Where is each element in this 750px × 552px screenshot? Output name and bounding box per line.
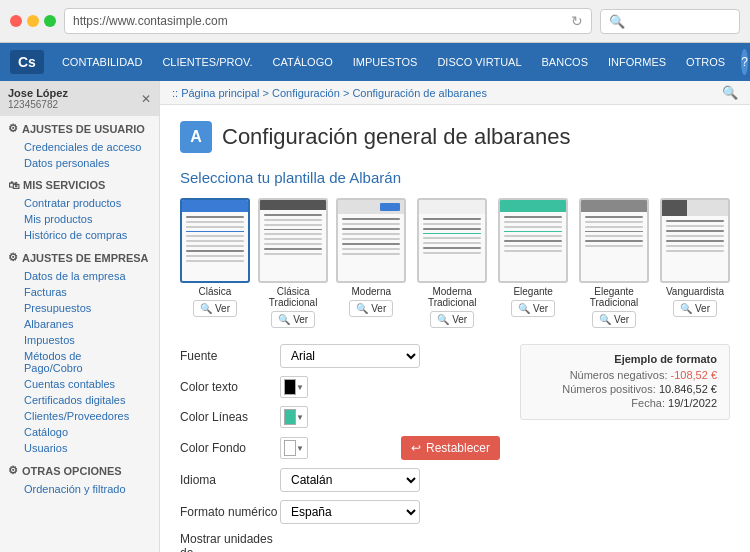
form-area: Fuente Arial Color texto ▼ xyxy=(180,344,730,552)
breadcrumb: :: Página principal > Configuración > Co… xyxy=(172,87,487,99)
navbar-logo[interactable]: Cs xyxy=(10,50,44,74)
sidebar-link-facturas[interactable]: Facturas xyxy=(8,284,151,300)
more-units-label: Mostrar unidades de xyxy=(180,532,280,552)
search-bar[interactable]: 🔍 xyxy=(600,9,740,34)
language-select[interactable]: Catalán xyxy=(280,468,420,492)
template-view-btn-vanguardista[interactable]: 🔍 Ver xyxy=(673,300,717,317)
gear-icon-empresa: ⚙ xyxy=(8,251,18,264)
date-value: 19/1/2022 xyxy=(668,397,717,409)
template-card-elegante-trad[interactable]: Elegante Tradicional 🔍 Ver xyxy=(576,198,652,328)
form-row-lines-color: Color Líneas ▼ xyxy=(180,406,500,428)
font-label: Fuente xyxy=(180,349,280,363)
nav-clientes[interactable]: CLIENTES/PROV. xyxy=(154,52,260,72)
bg-color-arrow: ▼ xyxy=(296,444,304,453)
template-card-moderna-trad[interactable]: Moderna Tradicional 🔍 Ver xyxy=(414,198,490,328)
template-section-title: Selecciona tu plantilla de Albarán xyxy=(180,169,730,186)
sidebar-link-albaranes[interactable]: Albaranes xyxy=(8,316,151,332)
template-card-vanguardista[interactable]: Vanguardista 🔍 Ver xyxy=(660,198,730,328)
bag-icon: 🛍 xyxy=(8,179,19,191)
number-format-select[interactable]: España xyxy=(280,500,420,524)
template-card-elegante[interactable]: Elegante 🔍 Ver xyxy=(498,198,568,328)
format-row-positive: Números positivos: 10.846,52 € xyxy=(533,383,717,395)
sidebar-link-ordenacion[interactable]: Ordenación y filtrado xyxy=(8,481,151,497)
lines-color-arrow: ▼ xyxy=(296,413,304,422)
form-row-number-format: Formato numérico España xyxy=(180,500,500,524)
template-name-vanguardista: Vanguardista xyxy=(666,286,724,297)
eye-icon-moderna: 🔍 xyxy=(356,303,368,314)
lines-color-label: Color Líneas xyxy=(180,410,280,424)
restore-button[interactable]: ↩ Restablecer xyxy=(401,436,500,460)
sidebar-link-historico[interactable]: Histórico de compras xyxy=(8,227,151,243)
dot-yellow[interactable] xyxy=(27,15,39,27)
sidebar-link-cuentas[interactable]: Cuentas contables xyxy=(8,376,151,392)
template-name-elegante: Elegante xyxy=(513,286,552,297)
bg-color-picker[interactable]: ▼ xyxy=(280,437,308,459)
nav-informes[interactable]: INFORMES xyxy=(600,52,674,72)
page-content: A Configuración general de albaranes Sel… xyxy=(160,105,750,552)
sidebar-userid: 123456782 xyxy=(8,99,68,110)
text-color-control: ▼ xyxy=(280,376,500,398)
text-color-picker[interactable]: ▼ xyxy=(280,376,308,398)
negative-label: Números negativos: xyxy=(570,369,668,381)
sidebar-close-icon[interactable]: ✕ xyxy=(141,92,151,106)
template-thumb-elegante xyxy=(498,198,568,283)
nav-impuestos[interactable]: IMPUESTOS xyxy=(345,52,426,72)
font-select[interactable]: Arial xyxy=(280,344,420,368)
help-button[interactable]: ? xyxy=(741,49,748,75)
template-card-clasica-trad[interactable]: Clásica Tradicional 🔍 Ver xyxy=(258,198,328,328)
number-format-label: Formato numérico xyxy=(180,505,280,519)
nav-catalogo[interactable]: CATÁLOGO xyxy=(264,52,340,72)
refresh-icon[interactable]: ↻ xyxy=(571,13,583,29)
sidebar-link-usuarios[interactable]: Usuarios xyxy=(8,440,151,456)
language-label: Idioma xyxy=(180,473,280,487)
text-color-swatch xyxy=(284,379,296,395)
sidebar-section-title-empresa: ⚙ AJUSTES DE EMPRESA xyxy=(8,251,151,264)
sidebar-link-presupuestos[interactable]: Presupuestos xyxy=(8,300,151,316)
dot-red[interactable] xyxy=(10,15,22,27)
lines-color-control: ▼ xyxy=(280,406,500,428)
sidebar-link-metodos-pago[interactable]: Métodos de Pago/Cobro xyxy=(8,348,151,376)
negative-value: -108,52 € xyxy=(671,369,717,381)
positive-value: 10.846,52 € xyxy=(659,383,717,395)
sidebar-link-mis-productos[interactable]: Mis productos xyxy=(8,211,151,227)
bg-color-control: ▼ xyxy=(280,437,381,459)
template-name-elegante-trad: Elegante Tradicional xyxy=(576,286,652,308)
sidebar-link-certificados[interactable]: Certificados digitales xyxy=(8,392,151,408)
form-row-more-units: Mostrar unidades de xyxy=(180,532,500,552)
template-view-btn-elegante[interactable]: 🔍 Ver xyxy=(511,300,555,317)
template-view-btn-elegante-trad[interactable]: 🔍 Ver xyxy=(592,311,636,328)
template-card-moderna[interactable]: Moderna 🔍 Ver xyxy=(336,198,406,328)
template-view-btn-clasica-trad[interactable]: 🔍 Ver xyxy=(271,311,315,328)
lines-color-picker[interactable]: ▼ xyxy=(280,406,308,428)
form-row-language: Idioma Catalán xyxy=(180,468,500,492)
template-thumb-clasica xyxy=(180,198,250,283)
gear-icon-otras: ⚙ xyxy=(8,464,18,477)
nav-bancos[interactable]: BANCOS xyxy=(534,52,596,72)
nav-otros[interactable]: OTROS xyxy=(678,52,733,72)
sidebar-link-contratar[interactable]: Contratar productos xyxy=(8,195,151,211)
sidebar-link-clientes-prov[interactable]: Clientes/Proveedores xyxy=(8,408,151,424)
address-bar[interactable]: https://www.contasimple.com ↻ xyxy=(64,8,592,34)
page-header: A Configuración general de albaranes xyxy=(180,121,730,153)
eye-icon-vanguardista: 🔍 xyxy=(680,303,692,314)
nav-disco[interactable]: DISCO VIRTUAL xyxy=(429,52,529,72)
template-thumb-moderna xyxy=(336,198,406,283)
template-view-btn-moderna[interactable]: 🔍 Ver xyxy=(349,300,393,317)
dot-green[interactable] xyxy=(44,15,56,27)
eye-icon-clasica: 🔍 xyxy=(200,303,212,314)
sidebar-link-datos-empresa[interactable]: Datos de la empresa xyxy=(8,268,151,284)
nav-contabilidad[interactable]: CONTABILIDAD xyxy=(54,52,150,72)
number-format-control: España xyxy=(280,500,500,524)
form-row-text-color: Color texto ▼ xyxy=(180,376,500,398)
sidebar-link-catalogo[interactable]: Catálogo xyxy=(8,424,151,440)
sidebar-link-datos-personales[interactable]: Datos personales xyxy=(8,155,151,171)
template-card-clasica[interactable]: Clásica 🔍 Ver xyxy=(180,198,250,328)
sidebar-section-ajustes-empresa: ⚙ AJUSTES DE EMPRESA Datos de la empresa… xyxy=(0,245,159,458)
sidebar-link-impuestos[interactable]: Impuestos xyxy=(8,332,151,348)
search-content-icon[interactable]: 🔍 xyxy=(722,85,738,100)
sidebar-link-credenciales[interactable]: Credenciales de acceso xyxy=(8,139,151,155)
template-view-btn-moderna-trad[interactable]: 🔍 Ver xyxy=(430,311,474,328)
form-right: Ejemplo de formato Números negativos: -1… xyxy=(520,344,730,552)
template-name-clasica: Clásica xyxy=(199,286,232,297)
template-view-btn-clasica[interactable]: 🔍 Ver xyxy=(193,300,237,317)
